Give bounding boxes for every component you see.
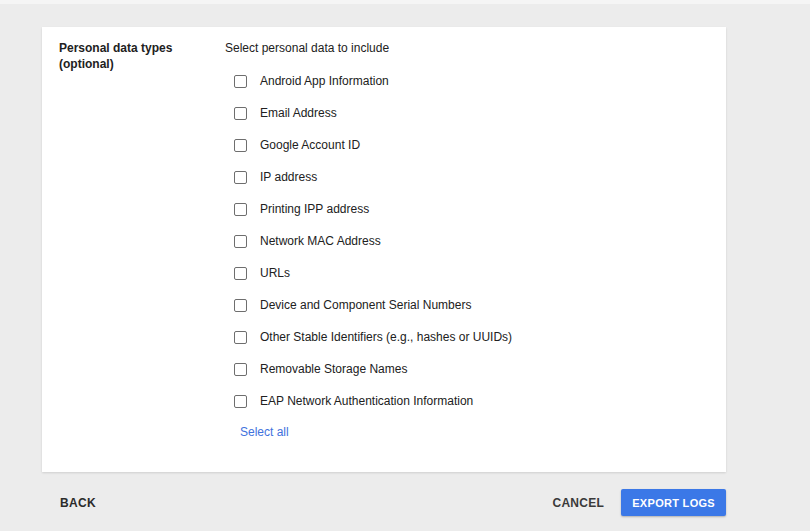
checkbox-option-row[interactable]: Android App Information bbox=[225, 65, 726, 97]
checkbox-label: Removable Storage Names bbox=[260, 362, 407, 376]
field-content-column: Select personal data to include Android … bbox=[225, 27, 726, 472]
checkbox-option-row[interactable]: Email Address bbox=[225, 97, 726, 129]
checkbox-option-row[interactable]: EAP Network Authentication Information bbox=[225, 385, 726, 417]
checkbox-label: EAP Network Authentication Information bbox=[260, 394, 473, 408]
checkbox-label: Email Address bbox=[260, 106, 337, 120]
checkbox[interactable] bbox=[234, 395, 247, 408]
checkbox-label: Device and Component Serial Numbers bbox=[260, 298, 471, 312]
back-button[interactable]: BACK bbox=[60, 496, 96, 510]
checkbox[interactable] bbox=[234, 107, 247, 120]
checkbox-option-row[interactable]: Other Stable Identifiers (e.g., hashes o… bbox=[225, 321, 726, 353]
select-all-link[interactable]: Select all bbox=[240, 425, 289, 439]
page-top-strip bbox=[0, 0, 810, 4]
checkbox[interactable] bbox=[234, 299, 247, 312]
checkbox-label: URLs bbox=[260, 266, 290, 280]
checkbox[interactable] bbox=[234, 267, 247, 280]
checkbox-label: Google Account ID bbox=[260, 138, 360, 152]
checkbox-label: Printing IPP address bbox=[260, 202, 369, 216]
checkbox-label: Other Stable Identifiers (e.g., hashes o… bbox=[260, 330, 512, 344]
cancel-button[interactable]: CANCEL bbox=[552, 496, 604, 510]
checkbox[interactable] bbox=[234, 75, 247, 88]
checkbox-option-row[interactable]: IP address bbox=[225, 161, 726, 193]
section-hint: Select personal data to include bbox=[225, 40, 726, 56]
checkbox[interactable] bbox=[234, 203, 247, 216]
checkbox[interactable] bbox=[234, 235, 247, 248]
footer-action-bar: BACK CANCEL EXPORT LOGS bbox=[42, 489, 726, 516]
options-list: Android App Information Email Address Go… bbox=[225, 65, 726, 417]
export-logs-form-card: Personal data types (optional) Select pe… bbox=[42, 27, 726, 472]
checkbox-option-row[interactable]: Printing IPP address bbox=[225, 193, 726, 225]
checkbox-label: IP address bbox=[260, 170, 317, 184]
personal-data-types-label: Personal data types (optional) bbox=[59, 40, 225, 72]
field-label-column: Personal data types (optional) bbox=[42, 27, 225, 472]
checkbox-option-row[interactable]: Google Account ID bbox=[225, 129, 726, 161]
checkbox[interactable] bbox=[234, 171, 247, 184]
checkbox-label: Network MAC Address bbox=[260, 234, 381, 248]
checkbox-option-row[interactable]: Network MAC Address bbox=[225, 225, 726, 257]
checkbox-option-row[interactable]: Removable Storage Names bbox=[225, 353, 726, 385]
checkbox[interactable] bbox=[234, 363, 247, 376]
export-logs-button[interactable]: EXPORT LOGS bbox=[621, 489, 726, 516]
checkbox[interactable] bbox=[234, 331, 247, 344]
checkbox-option-row[interactable]: URLs bbox=[225, 257, 726, 289]
checkbox-option-row[interactable]: Device and Component Serial Numbers bbox=[225, 289, 726, 321]
checkbox-label: Android App Information bbox=[260, 74, 389, 88]
checkbox[interactable] bbox=[234, 139, 247, 152]
